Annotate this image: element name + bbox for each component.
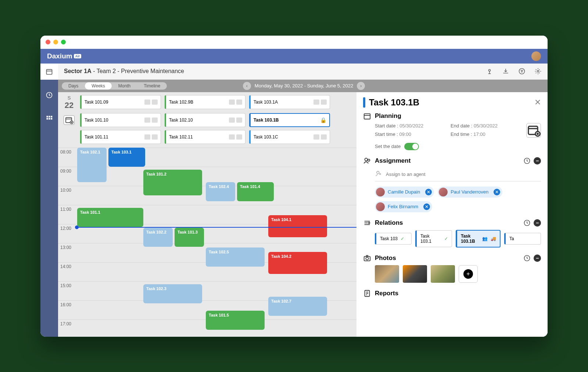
start-date-value: 05/30/2022	[399, 123, 423, 129]
reports-heading: Reports	[363, 289, 541, 297]
chip-icons	[229, 118, 242, 123]
svg-rect-7	[49, 118, 50, 119]
relation-card[interactable]: Task 103.1B👥🚚	[456, 230, 501, 248]
people-icon	[144, 118, 150, 123]
event-task-101.1[interactable]: Task 101.1	[77, 208, 143, 227]
mac-titlebar	[40, 36, 548, 49]
photo-thumbnail[interactable]	[431, 265, 455, 283]
event-task-102.3[interactable]: Task 102.3	[143, 284, 202, 303]
user-avatar[interactable]	[531, 51, 541, 61]
svg-point-29	[365, 158, 368, 160]
view-tab-weeks[interactable]: Weeks	[85, 82, 111, 90]
assignment-section: Assignment − Camille Dupain✕Paul Vanderr…	[363, 157, 541, 212]
chip-icons	[144, 100, 158, 105]
filter-icon[interactable]	[518, 67, 526, 76]
collapse-button[interactable]: −	[534, 219, 541, 227]
view-tab-month[interactable]: Month	[112, 82, 137, 90]
collapse-button[interactable]: −	[534, 254, 541, 262]
task-chip-103.1B[interactable]: Task 103.1B🔒	[249, 113, 330, 127]
task-chip-101.09[interactable]: Task 101.09	[80, 95, 161, 109]
event-task-102.2[interactable]: Task 102.2	[143, 228, 173, 247]
brand-suffix: Air	[74, 54, 82, 58]
event-task-101.4[interactable]: Task 101.4	[237, 182, 274, 201]
task-chip-101.10[interactable]: Task 101.10	[80, 113, 161, 127]
event-task-101.5[interactable]: Task 101.5	[206, 311, 265, 330]
remove-agent-button[interactable]: ✕	[423, 203, 430, 210]
relations-actions: −	[523, 219, 541, 227]
camera-icon	[363, 254, 371, 262]
photo-thumbnail[interactable]	[403, 265, 427, 283]
svg-point-41	[366, 257, 368, 260]
truck-icon	[321, 134, 327, 140]
photo-thumbnail[interactable]	[375, 265, 399, 283]
chip-icons	[144, 118, 158, 123]
event-task-102.7[interactable]: Task 102.7	[268, 297, 327, 316]
prev-week-button[interactable]: ‹	[243, 82, 251, 90]
clock-icon	[46, 91, 53, 99]
title-bar-accent	[363, 97, 365, 108]
relation-card[interactable]: Task 103.1✓	[415, 230, 452, 247]
truck-icon	[236, 118, 242, 123]
task-chip-103.1A[interactable]: Task 103.1A	[249, 95, 330, 109]
event-task-101.3[interactable]: Task 101.3	[175, 228, 204, 247]
add-photo-button[interactable]: +	[459, 265, 478, 283]
set-date-toggle[interactable]	[404, 143, 419, 150]
agent-chip[interactable]: Paul Vanderroven✕	[438, 187, 502, 198]
history-icon[interactable]	[523, 157, 531, 165]
event-task-104.2[interactable]: Task 104.2	[268, 252, 327, 274]
truck-icon	[321, 100, 327, 105]
view-tab-days[interactable]: Days	[62, 82, 85, 90]
hour-label: 16:00	[58, 301, 77, 319]
maximize-window-icon[interactable]	[61, 40, 66, 44]
history-icon[interactable]	[523, 254, 531, 262]
date-range: Monday, May 30, 2022 - Sunday, June 5, 2…	[255, 83, 353, 89]
task-chip-102.9B[interactable]: Task 102.9B	[165, 95, 245, 109]
task-chip-102.11[interactable]: Task 102.11	[165, 130, 245, 144]
agent-chip[interactable]: Camille Dupain✕	[375, 187, 434, 198]
agent-avatar	[376, 202, 385, 211]
edit-dates-button[interactable]	[526, 123, 541, 138]
assign-agent-input[interactable]	[386, 171, 541, 177]
event-task-104.1[interactable]: Task 104.1	[268, 215, 327, 237]
history-icon[interactable]	[523, 219, 531, 227]
event-task-101.2[interactable]: Task 101.2	[143, 170, 202, 195]
next-week-button[interactable]: ›	[357, 82, 365, 90]
end-date-value: 05/30/2022	[474, 123, 498, 129]
close-panel-button[interactable]: ✕	[534, 98, 541, 107]
event-task-102.5[interactable]: Task 102.5	[206, 248, 265, 267]
task-chip-102.10[interactable]: Task 102.10	[165, 113, 245, 127]
relations-heading: Relations −	[363, 219, 541, 227]
task-chip-101.11[interactable]: Task 101.11	[80, 130, 161, 144]
collapse-button[interactable]: −	[534, 157, 541, 165]
end-time-label: End time :	[451, 131, 472, 137]
people-icon	[229, 118, 235, 123]
nav-grid[interactable]	[40, 111, 58, 127]
download-icon[interactable]	[502, 67, 509, 76]
gear-icon[interactable]	[534, 67, 542, 76]
minimize-window-icon[interactable]	[53, 40, 58, 44]
truck-icon	[236, 134, 242, 140]
event-task-103.1[interactable]: Task 103.1	[108, 148, 145, 167]
nav-time[interactable]	[40, 87, 58, 103]
relation-card[interactable]: Ta	[504, 233, 541, 245]
svg-rect-8	[51, 118, 52, 119]
event-task-102.4[interactable]: Task 102.4	[206, 182, 235, 201]
app-body: Sector 1A - Team 2 - Preventive Maintena…	[40, 64, 548, 337]
close-window-icon[interactable]	[46, 40, 50, 44]
relation-card[interactable]: Task 103✓	[375, 233, 412, 245]
hour-label: 12:00	[58, 224, 77, 243]
remove-agent-button[interactable]: ✕	[494, 189, 500, 195]
view-tab-timeline[interactable]: Timeline	[137, 82, 167, 90]
photos-label: Photos	[375, 254, 396, 262]
hour-label: 10:00	[58, 186, 77, 205]
agent-chip[interactable]: Felix Birnamm✕	[375, 201, 432, 212]
event-task-102.1[interactable]: Task 102.1	[77, 148, 107, 182]
hour-label: 09:00	[58, 167, 77, 186]
pin-icon[interactable]	[486, 67, 493, 76]
remove-agent-button[interactable]: ✕	[425, 189, 432, 195]
svg-point-30	[368, 159, 370, 161]
nav-calendar[interactable]	[40, 64, 58, 80]
task-chip-103.1C[interactable]: Task 103.1C	[249, 130, 330, 144]
svg-rect-6	[47, 118, 48, 119]
calendar-add-button[interactable]	[64, 115, 75, 125]
